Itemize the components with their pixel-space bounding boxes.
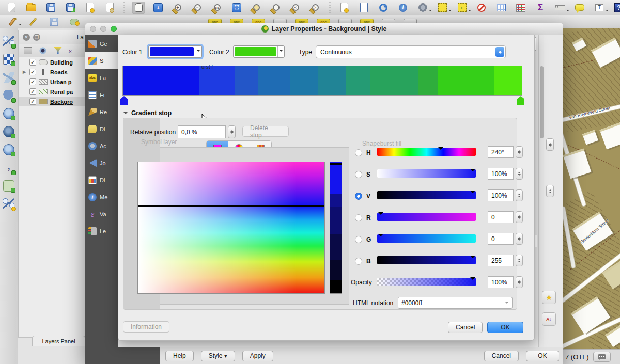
value-slider-handle[interactable] [330, 163, 342, 165]
field-calculator-button[interactable] [515, 2, 527, 14]
r-value-field[interactable]: 0 [488, 211, 514, 223]
zoom-next-button[interactable]: > [309, 2, 321, 14]
ok-button[interactable]: OK [526, 351, 559, 361]
close-panel-button[interactable]: ✕ [23, 34, 30, 41]
statistics-button[interactable]: Σ [534, 2, 547, 14]
layer-checkbox[interactable]: ✓ [29, 69, 36, 75]
color1-swatch[interactable] [148, 45, 202, 58]
opacity-stepper[interactable] [516, 276, 523, 288]
color-box-2d[interactable] [137, 162, 325, 294]
save-project-button[interactable] [44, 2, 57, 14]
select-by-expression-button[interactable]: ε [456, 2, 468, 14]
sheet-ok-button[interactable]: OK [487, 322, 523, 333]
add-wcs-layer-button[interactable] [3, 126, 14, 137]
add-spatialite-layer-button[interactable] [3, 72, 14, 83]
toggle-editing-button[interactable] [27, 15, 39, 28]
b-value-field[interactable]: 255 [488, 255, 514, 266]
v-stepper[interactable] [516, 189, 523, 201]
relative-position-field[interactable]: 0,0 % [178, 125, 226, 138]
b-radio[interactable] [355, 258, 362, 265]
zoom-out-button[interactable]: − [191, 2, 204, 14]
composer-manager-button[interactable] [103, 2, 116, 14]
g-radio[interactable] [355, 236, 362, 243]
identify-button[interactable]: i [397, 2, 409, 14]
zoom-native-button[interactable]: 1:1 [211, 2, 223, 14]
layer-row-background[interactable]: ✓ Backgro [19, 97, 85, 106]
add-wfs-layer-button[interactable] [3, 144, 14, 155]
v-slider[interactable] [377, 191, 476, 199]
tab-diagrams[interactable]: Di [85, 171, 118, 188]
g-stepper[interactable] [516, 233, 523, 245]
tab-fields[interactable]: Fi [85, 86, 118, 103]
layer-checkbox[interactable]: ✓ [29, 78, 36, 85]
new-shapefile-button[interactable] [3, 198, 14, 210]
tab-labels[interactable]: abcLa [85, 69, 118, 86]
r-radio[interactable] [355, 214, 362, 221]
select-features-button[interactable] [436, 2, 448, 14]
gradient-stop-left[interactable] [120, 96, 128, 105]
current-edits-button[interactable] [6, 15, 19, 28]
layers-panel-tab[interactable]: Layers Panel [32, 336, 85, 346]
h-value-field[interactable]: 240° [488, 146, 514, 158]
layer-checkbox[interactable]: ✓ [29, 59, 36, 66]
add-delimited-text-button[interactable]: , [3, 162, 14, 173]
s-value-field[interactable]: 100% [488, 168, 514, 180]
float-panel-button[interactable]: ❐ [33, 34, 40, 41]
tab-rendering[interactable]: Re [85, 103, 118, 120]
manage-visibility-button[interactable] [39, 47, 47, 54]
dialog-titlebar[interactable]: Layer Properties - Background | Style [85, 23, 563, 35]
gradient-stop-right[interactable] [517, 96, 524, 105]
show-bookmarks-button[interactable] [358, 2, 370, 14]
layer-row-roads[interactable]: ▶ ✓ Roads [19, 67, 85, 77]
expression-filter-button[interactable]: ε [69, 47, 77, 54]
zoom-window-button[interactable] [111, 26, 117, 32]
color2-swatch[interactable] [233, 45, 285, 58]
zoom-to-layer-button[interactable] [250, 2, 262, 14]
color1-dropdown[interactable] [195, 46, 202, 57]
sheet-cancel-button[interactable]: Cancel [448, 322, 483, 333]
style-menu-button[interactable]: Style ▾ [201, 351, 235, 361]
tab-variables[interactable]: εVa [85, 205, 118, 223]
relative-position-stepper[interactable] [228, 125, 236, 138]
color2-dropdown[interactable] [277, 46, 284, 57]
sort-button[interactable]: A↓ [542, 312, 556, 326]
add-raster-layer-button[interactable] [3, 54, 14, 65]
layer-checkbox[interactable]: ✓ [29, 88, 36, 95]
h-slider[interactable] [377, 148, 476, 156]
hidden-stepper[interactable] [546, 138, 554, 151]
opacity-value-field[interactable]: 100% [488, 276, 514, 288]
information-button[interactable]: Information [123, 321, 169, 333]
tab-display[interactable]: Di [85, 120, 118, 137]
new-project-button[interactable] [5, 2, 18, 14]
add-group-button[interactable] [24, 47, 32, 54]
open-project-button[interactable] [25, 2, 37, 14]
deselect-button[interactable] [475, 2, 488, 14]
tab-metadata[interactable]: iMe [85, 188, 118, 205]
zoom-full-button[interactable]: ⛶ [230, 2, 243, 14]
tab-actions[interactable]: Ac [85, 137, 118, 154]
feature-action-button[interactable] [416, 2, 429, 14]
gradient-stop-section-header[interactable]: Gradient stop [123, 109, 172, 117]
gradient-preview-bar[interactable]: urst f [122, 66, 522, 96]
help-button[interactable]: ? [613, 2, 620, 14]
refresh-button[interactable] [377, 2, 390, 14]
zoom-last-button[interactable]: < [289, 2, 302, 14]
attribute-table-button[interactable] [495, 2, 507, 14]
layer-row-urban[interactable]: ✓ Urban p [19, 77, 85, 87]
h-radio[interactable] [355, 149, 362, 156]
add-feature-button[interactable] [68, 15, 81, 28]
crs-status[interactable]: 7 (OTF) [565, 353, 589, 361]
scrollbar-thumb[interactable] [540, 66, 544, 138]
apply-button[interactable]: Apply [242, 351, 273, 361]
tab-joins[interactable]: Jo [85, 154, 118, 171]
b-stepper[interactable] [516, 255, 523, 266]
add-virtual-layer-button[interactable] [3, 180, 14, 192]
tab-general[interactable]: Ge [85, 35, 118, 52]
html-notation-combo[interactable]: #0000ff [398, 297, 513, 309]
s-slider[interactable] [377, 169, 476, 178]
close-window-button[interactable] [90, 26, 96, 32]
expander-icon[interactable]: ▶ [23, 70, 27, 74]
map-tips-button[interactable] [574, 2, 586, 14]
type-select[interactable]: Continuous [316, 45, 506, 58]
zoom-to-selection-button[interactable] [270, 2, 282, 14]
